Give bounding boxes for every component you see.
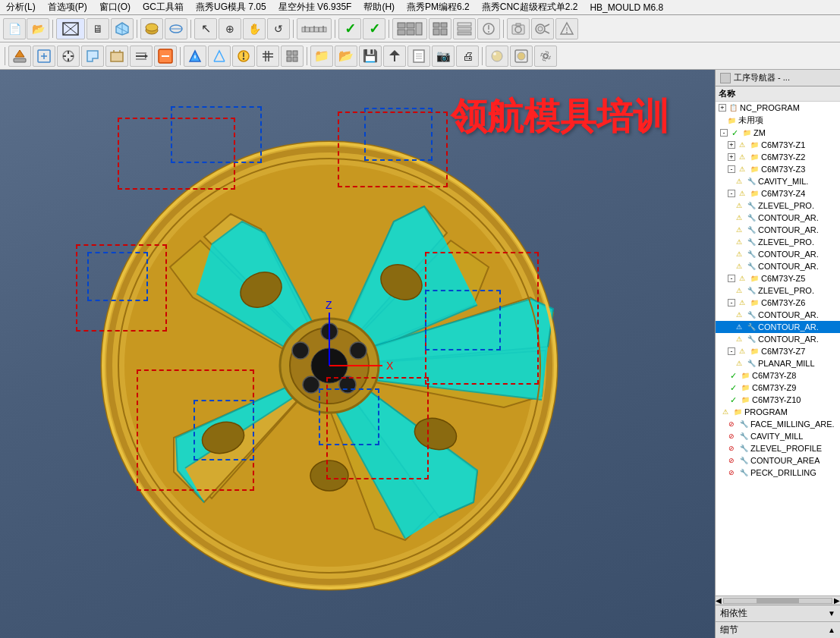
menu-analysis[interactable]: 分析(L) <box>3 1 39 14</box>
tb-fit[interactable] <box>56 18 85 39</box>
tb2-settings[interactable] <box>534 46 557 67</box>
tree-node-zlevel1[interactable]: ⚠ 🔧 ZLEVEL_PRO. <box>716 200 840 212</box>
menu-gc[interactable]: GC工具箱 <box>140 1 187 14</box>
tb2-render2[interactable] <box>510 46 533 67</box>
scroll-right[interactable]: ▶ <box>834 596 840 605</box>
menu-star[interactable]: 星空外挂 V6.935F <box>275 1 355 14</box>
tree-node-z6[interactable]: - ⚠ 📁 C6M73Y-Z6 <box>716 297 840 309</box>
tb-cam1[interactable] <box>507 18 530 39</box>
tb-open[interactable]: 📂 <box>27 18 49 39</box>
tree-node-zlevel3[interactable]: ⚠ 🔧 ZLEVEL_PRO. <box>716 284 840 297</box>
tree-node-z4[interactable]: - ⚠ 📁 C6M73Y-Z4 <box>716 187 840 200</box>
expand-z5[interactable]: - <box>728 275 735 282</box>
tree-node-zlevel2[interactable]: ⚠ 🔧 ZLEVEL_PRO. <box>716 236 840 248</box>
tree-node-z5[interactable]: - ⚠ 📁 C6M73Y-Z5 <box>716 272 840 284</box>
tb-wireframe[interactable] <box>165 18 187 39</box>
tree-node-face-mill[interactable]: ⊘ 🔧 FACE_MILLING_ARE. <box>716 418 840 430</box>
tree-node-contour7[interactable]: ⚠ 🔧 CONTOUR_AR. <box>716 333 840 345</box>
tree-node-zm[interactable]: - ✓ 📁 ZM <box>716 127 840 139</box>
tb-props[interactable] <box>477 18 500 39</box>
tree-node-contour2[interactable]: ⚠ 🔧 CONTOUR_AR. <box>716 224 840 236</box>
menu-hb[interactable]: HB_MOULD M6.8 <box>587 2 666 13</box>
tb-layers[interactable] <box>453 18 476 39</box>
tb2-page[interactable] <box>407 46 430 67</box>
menu-yanxiu-ug[interactable]: 燕秀UG模具 7.05 <box>193 1 269 14</box>
tb2-folder1[interactable]: 📁 <box>310 46 333 67</box>
expand-z3[interactable]: - <box>728 165 735 173</box>
tree-scrollbar[interactable]: ◀ ▶ <box>716 596 840 605</box>
tb2-1[interactable] <box>8 46 31 67</box>
tb-solid[interactable] <box>140 18 163 39</box>
tb2-12[interactable] <box>281 46 304 67</box>
expand-z4[interactable]: - <box>728 190 735 197</box>
tree-node-contour5[interactable]: ⚠ 🔧 CONTOUR_AR. <box>716 309 840 321</box>
tb2-11[interactable] <box>256 46 279 67</box>
tb-monitor[interactable]: 🖥 <box>87 18 109 39</box>
tree-node-z2[interactable]: + ⚠ 📁 C6M73Y-Z2 <box>716 151 840 163</box>
tb-rotate[interactable]: ↺ <box>267 18 290 39</box>
tb-measure[interactable] <box>297 18 332 39</box>
tb2-save[interactable]: 💾 <box>359 46 382 67</box>
tb2-3[interactable] <box>57 46 80 67</box>
expand-nc[interactable]: + <box>719 104 726 112</box>
tb-grid2[interactable] <box>429 18 451 39</box>
section-dependency[interactable]: 相依性 ▼ <box>716 605 840 622</box>
tb2-render1[interactable] <box>486 46 508 67</box>
tree-node-planar[interactable]: ⚠ 🔧 PLANAR_MILL <box>716 357 840 369</box>
tb2-4[interactable] <box>81 46 104 67</box>
expand-zm[interactable]: - <box>720 129 728 137</box>
tb-select[interactable]: ↖ <box>194 18 217 39</box>
expand-z2[interactable]: + <box>728 153 735 161</box>
scroll-left[interactable]: ◀ <box>716 596 722 605</box>
tree-node-contour4[interactable]: ⚠ 🔧 CONTOUR_AR. <box>716 260 840 272</box>
menu-window[interactable]: 窗口(O) <box>96 1 134 14</box>
tb2-folder2[interactable]: 📂 <box>335 46 357 67</box>
tree-node-z3[interactable]: - ⚠ 📁 C6M73Y-Z3 <box>716 163 840 175</box>
tree-node-zlevel-prof[interactable]: ⊘ 🔧 ZLEVEL_PROFILE <box>716 442 840 454</box>
tb-new[interactable]: 📄 <box>3 18 26 39</box>
tree-node-unused[interactable]: 📁 未用项 <box>716 114 840 127</box>
tree-node-z8[interactable]: ✓ 📁 C6M73Y-Z8 <box>716 369 840 382</box>
tb2-6[interactable] <box>130 46 153 67</box>
tb-pan[interactable]: ✋ <box>243 18 266 39</box>
viewport-3d[interactable]: 领航模具培训 <box>0 70 715 638</box>
tb2-camera[interactable]: 📷 <box>432 46 455 67</box>
tree-node-nc-program[interactable]: + 📋 NC_PROGRAM <box>716 102 840 114</box>
tree-node-cavity-mill[interactable]: ⊘ 🔧 CAVITY_MILL <box>716 430 840 442</box>
tb2-5[interactable] <box>105 46 128 67</box>
menu-preferences[interactable]: 首选项(P) <box>45 1 90 14</box>
tb-cube[interactable] <box>111 18 134 39</box>
menu-yanxiu-cnc[interactable]: 燕秀CNC超级程式单2.2 <box>479 1 581 14</box>
expand-z7[interactable]: - <box>728 347 735 355</box>
tree-node-contour1[interactable]: ⚠ 🔧 CONTOUR_AR. <box>716 212 840 224</box>
menu-yanxiu-pm[interactable]: 燕秀PM编程6.2 <box>404 1 473 14</box>
tb-grid1[interactable] <box>392 18 427 39</box>
tree-node-peck-drill[interactable]: ⊘ 🔧 PECK_DRILLING <box>716 467 840 479</box>
scroll-track[interactable] <box>723 598 832 604</box>
menu-help[interactable]: 帮助(H) <box>360 1 398 14</box>
tb2-8[interactable] <box>184 46 206 67</box>
tb-cam2[interactable] <box>531 18 554 39</box>
tree-node-contour6[interactable]: ⚠ 🔧 CONTOUR_AR. <box>716 321 840 333</box>
tree-node-contour3[interactable]: ⚠ 🔧 CONTOUR_AR. <box>716 248 840 260</box>
expand-z6[interactable]: - <box>728 299 735 306</box>
tree-node-z7[interactable]: - ⚠ 📁 C6M73Y-Z7 <box>716 345 840 357</box>
tree-node-z9[interactable]: ✓ 📁 C6M73Y-Z9 <box>716 382 840 394</box>
tree-node-z10[interactable]: ✓ 📁 C6M73Y-Z10 <box>716 394 840 406</box>
tb2-up[interactable] <box>383 46 406 67</box>
tree-node-cavity-mil[interactable]: ⚠ 🔧 CAVITY_MIL. <box>716 175 840 187</box>
tb-check2[interactable]: ✓ <box>363 18 385 39</box>
tree-node-z1[interactable]: + ⚠ 📁 C6M73Y-Z1 <box>716 139 840 151</box>
tree-area[interactable]: + 📋 NC_PROGRAM 📁 未用项 - ✓ 📁 ZM + <box>716 102 840 596</box>
tb-zoom[interactable]: ⊕ <box>219 18 241 39</box>
expand-z1[interactable]: + <box>728 141 735 149</box>
tree-node-program[interactable]: ⚠ 📁 PROGRAM <box>716 406 840 418</box>
tb2-9[interactable] <box>208 46 231 67</box>
scroll-thumb[interactable] <box>757 599 800 603</box>
tb2-10[interactable] <box>232 46 255 67</box>
tb-check1[interactable]: ✓ <box>338 18 361 39</box>
tb2-7[interactable] <box>154 46 177 67</box>
tree-node-contour-area[interactable]: ⊘ 🔧 CONTOUR_AREA <box>716 454 840 467</box>
tb2-2[interactable] <box>33 46 55 67</box>
tb-cam3[interactable] <box>555 18 578 39</box>
